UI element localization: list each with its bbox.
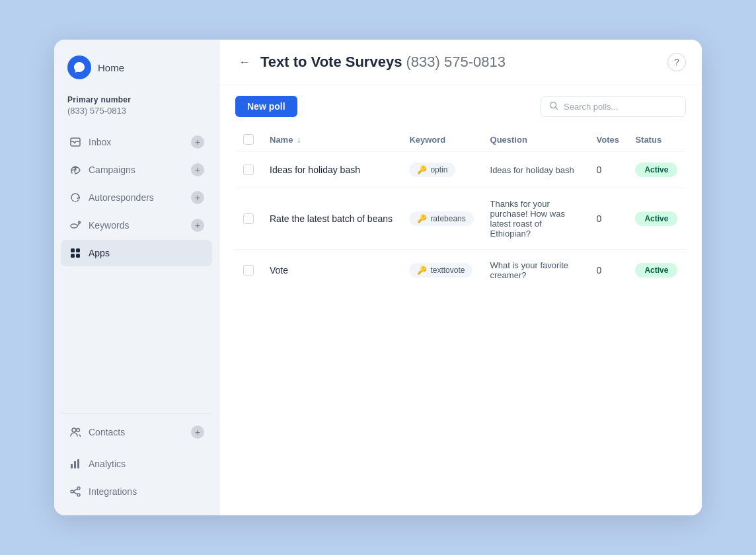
contacts-icon bbox=[69, 426, 82, 439]
autoresponders-icon bbox=[69, 191, 82, 204]
row-votes-0: 0 bbox=[589, 152, 628, 188]
inbox-label: Inbox bbox=[89, 137, 111, 147]
svg-rect-4 bbox=[76, 248, 80, 252]
autoresponders-label: Autoresponders bbox=[89, 192, 154, 203]
svg-rect-3 bbox=[71, 248, 75, 252]
integrations-icon bbox=[69, 485, 82, 498]
sidebar-item-integrations[interactable]: Integrations bbox=[61, 478, 212, 505]
campaigns-add-btn[interactable]: + bbox=[191, 163, 204, 176]
keyword-icon-0: 🔑 bbox=[417, 165, 427, 174]
svg-point-13 bbox=[77, 487, 80, 490]
svg-line-15 bbox=[73, 489, 77, 492]
analytics-label: Analytics bbox=[89, 459, 126, 469]
keyword-icon-1: 🔑 bbox=[417, 214, 427, 223]
name-sort-icon: ↓ bbox=[297, 135, 301, 145]
svg-point-12 bbox=[71, 490, 73, 493]
row-status-2: Active bbox=[627, 250, 686, 291]
main-panel: ← Text to Vote Surveys (833) 575-0813 ? … bbox=[219, 40, 702, 515]
row-question-1: Thanks for your purchase! How was latest… bbox=[482, 188, 589, 250]
row-keyword-2: 🔑 texttovote bbox=[401, 250, 482, 291]
primary-number-value: (833) 575-0813 bbox=[67, 106, 206, 116]
sidebar-item-apps[interactable]: Apps bbox=[61, 240, 212, 266]
keywords-icon bbox=[69, 219, 82, 232]
keywords-label: Keywords bbox=[89, 220, 129, 231]
row-status-1: Active bbox=[627, 188, 686, 250]
row-question-0: Ideas for holiday bash bbox=[482, 152, 589, 188]
row-keyword-1: 🔑 ratebeans bbox=[401, 188, 482, 250]
polls-table: Name ↓ Keyword Question Votes Status Ide… bbox=[235, 128, 686, 291]
row-votes-2: 0 bbox=[589, 250, 628, 291]
row-name-1: Rate the latest batch of beans bbox=[262, 188, 401, 250]
apps-icon bbox=[69, 246, 82, 260]
svg-point-2 bbox=[79, 221, 81, 223]
row-keyword-0: 🔑 optin bbox=[401, 152, 482, 188]
inbox-add-btn[interactable]: + bbox=[191, 135, 204, 149]
row-name-2: Vote bbox=[262, 250, 401, 291]
polls-table-container: Name ↓ Keyword Question Votes Status Ide… bbox=[219, 128, 702, 515]
col-keyword: Keyword bbox=[401, 128, 482, 152]
sidebar-nav: Inbox + Campaigns + Autoresponders + Key… bbox=[54, 129, 219, 408]
col-votes: Votes bbox=[589, 128, 628, 152]
col-status: Status bbox=[627, 128, 686, 152]
table-row: Ideas for holiday bash 🔑 optin Ideas for… bbox=[235, 152, 686, 188]
campaigns-icon bbox=[69, 163, 82, 176]
table-row: Vote 🔑 texttovote What is your favorite … bbox=[235, 250, 686, 291]
row-status-0: Active bbox=[627, 152, 686, 188]
autoresponders-add-btn[interactable]: + bbox=[191, 191, 204, 204]
campaigns-label: Campaigns bbox=[89, 165, 135, 175]
inbox-icon bbox=[69, 135, 82, 149]
sidebar-item-autoresponders[interactable]: Autoresponders + bbox=[61, 184, 212, 211]
svg-rect-11 bbox=[77, 459, 79, 468]
row-checkbox-0[interactable] bbox=[243, 165, 254, 175]
row-votes-1: 0 bbox=[589, 188, 628, 250]
svg-line-16 bbox=[73, 492, 77, 495]
svg-point-7 bbox=[72, 428, 76, 432]
keywords-add-btn[interactable]: + bbox=[191, 219, 204, 232]
row-question-2: What is your favorite creamer? bbox=[482, 250, 589, 291]
sidebar-item-contacts[interactable]: Contacts + bbox=[61, 419, 212, 445]
home-label: Home bbox=[98, 62, 124, 73]
status-badge-2: Active bbox=[635, 263, 677, 278]
svg-line-18 bbox=[556, 107, 558, 109]
sidebar-item-campaigns[interactable]: Campaigns + bbox=[61, 157, 212, 183]
status-badge-0: Active bbox=[635, 163, 677, 177]
back-button[interactable]: ← bbox=[235, 53, 254, 71]
col-question: Question bbox=[482, 128, 589, 152]
search-box bbox=[541, 96, 686, 117]
row-name-0: Ideas for holiday bash bbox=[262, 152, 401, 188]
primary-number-label: Primary number bbox=[67, 95, 206, 104]
logo-icon bbox=[67, 56, 91, 79]
svg-rect-10 bbox=[74, 461, 76, 468]
table-row: Rate the latest batch of beans 🔑 ratebea… bbox=[235, 188, 686, 250]
apps-label: Apps bbox=[89, 248, 110, 258]
integrations-label: Integrations bbox=[89, 486, 137, 497]
svg-point-8 bbox=[77, 429, 80, 432]
page-title: Text to Vote Surveys (833) 575-0813 bbox=[260, 54, 506, 71]
sidebar-item-analytics[interactable]: Analytics bbox=[61, 451, 212, 477]
new-poll-button[interactable]: New poll bbox=[235, 96, 297, 117]
search-input[interactable] bbox=[564, 102, 677, 112]
main-toolbar: New poll bbox=[219, 85, 702, 128]
header-phone: (833) 575-0813 bbox=[406, 54, 506, 70]
analytics-icon bbox=[69, 457, 82, 470]
keyword-icon-2: 🔑 bbox=[417, 266, 427, 275]
sidebar-logo[interactable]: Home bbox=[54, 56, 219, 95]
svg-point-14 bbox=[77, 494, 80, 496]
svg-point-1 bbox=[71, 224, 77, 228]
select-all-checkbox[interactable] bbox=[243, 134, 254, 145]
sidebar: Home Primary number (833) 575-0813 Inbox… bbox=[54, 40, 219, 515]
row-checkbox-2[interactable] bbox=[243, 265, 254, 276]
svg-rect-9 bbox=[71, 464, 73, 468]
sidebar-item-keywords[interactable]: Keywords + bbox=[61, 212, 212, 239]
main-header: ← Text to Vote Surveys (833) 575-0813 ? bbox=[219, 40, 702, 85]
contacts-add-btn[interactable]: + bbox=[191, 426, 204, 439]
row-checkbox-1[interactable] bbox=[243, 213, 254, 224]
svg-rect-5 bbox=[71, 254, 75, 258]
contacts-label: Contacts bbox=[89, 427, 125, 437]
primary-number-section: Primary number (833) 575-0813 bbox=[54, 95, 219, 129]
svg-rect-6 bbox=[76, 254, 80, 258]
help-button[interactable]: ? bbox=[667, 53, 686, 71]
status-badge-1: Active bbox=[635, 211, 677, 226]
col-name: Name ↓ bbox=[262, 128, 401, 152]
sidebar-item-inbox[interactable]: Inbox + bbox=[61, 129, 212, 155]
